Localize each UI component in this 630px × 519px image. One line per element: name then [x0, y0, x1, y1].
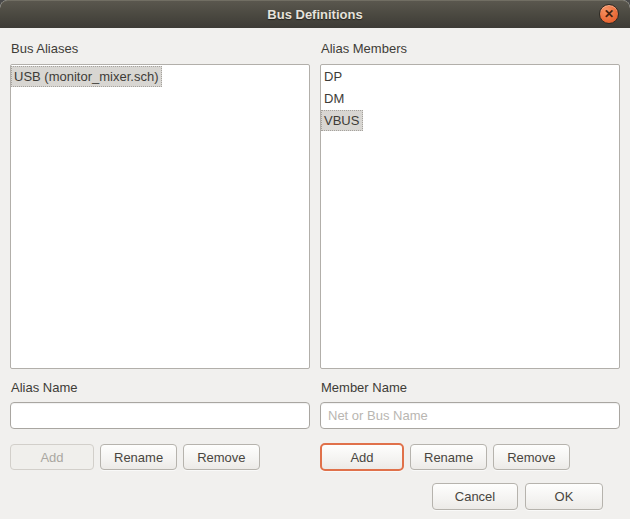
bus-aliases-panel: Bus Aliases USB (monitor_mixer.sch) Alia… [10, 28, 310, 471]
cancel-button[interactable]: Cancel [432, 483, 518, 510]
list-item-label: VBUS [321, 110, 363, 131]
alias-members-panel: Alias Members DP DM VBUS Member Name Add [320, 28, 620, 471]
alias-add-button[interactable]: Add [10, 444, 94, 470]
ok-button[interactable]: OK [525, 483, 603, 510]
close-icon: ✕ [604, 8, 614, 20]
alias-members-label: Alias Members [321, 41, 620, 56]
bus-aliases-list[interactable]: USB (monitor_mixer.sch) [10, 64, 310, 369]
alias-name-label: Alias Name [11, 380, 310, 395]
titlebar[interactable]: Bus Definitions ✕ [0, 0, 630, 28]
member-remove-button[interactable]: Remove [493, 444, 569, 470]
window-title: Bus Definitions [267, 7, 362, 22]
list-item-label: DM [321, 88, 348, 109]
list-item-dm[interactable]: DM [321, 88, 619, 110]
member-add-button[interactable]: Add [320, 443, 404, 471]
close-button[interactable]: ✕ [599, 4, 619, 24]
dialog-footer: Cancel OK [10, 471, 620, 510]
member-rename-button[interactable]: Rename [410, 444, 487, 470]
alias-rename-button[interactable]: Rename [100, 444, 177, 470]
member-button-row: Add Rename Remove [320, 443, 620, 471]
alias-name-input[interactable] [10, 402, 310, 429]
member-name-label: Member Name [321, 380, 620, 395]
dialog-content: Bus Aliases USB (monitor_mixer.sch) Alia… [0, 28, 630, 510]
alias-members-list[interactable]: DP DM VBUS [320, 64, 620, 369]
list-item-vbus[interactable]: VBUS [321, 110, 619, 132]
bus-definitions-dialog: Bus Definitions ✕ Bus Aliases USB (monit… [0, 0, 630, 519]
member-name-input[interactable] [320, 402, 620, 429]
list-item-label: DP [321, 66, 346, 87]
bus-aliases-label: Bus Aliases [11, 41, 310, 56]
alias-button-row: Add Rename Remove [10, 443, 310, 471]
list-item-label: USB (monitor_mixer.sch) [11, 66, 162, 87]
list-item-dp[interactable]: DP [321, 66, 619, 88]
alias-remove-button[interactable]: Remove [183, 444, 259, 470]
list-item-usb[interactable]: USB (monitor_mixer.sch) [11, 66, 309, 88]
